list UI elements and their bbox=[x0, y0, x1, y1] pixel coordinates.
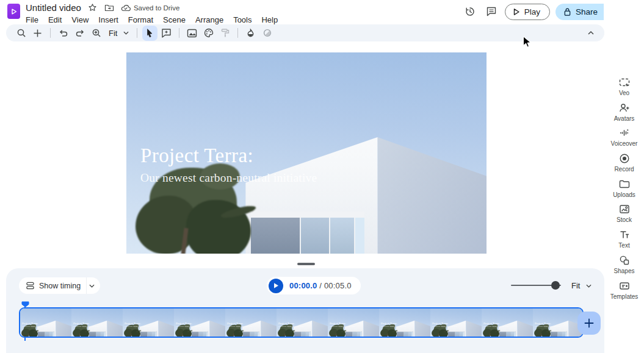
menu-item-format[interactable]: Format bbox=[124, 15, 157, 25]
timeline-thumbnail[interactable]: Project Terra: Our newest carbon-neutral… bbox=[482, 308, 533, 337]
slide-title[interactable]: Project Terra: bbox=[125, 321, 150, 324]
scene-canvas[interactable]: Project Terra: Our newest carbon-neutral… bbox=[126, 52, 487, 254]
slide-title[interactable]: Project Terra: bbox=[330, 321, 355, 324]
menu-item-arrange[interactable]: Arrange bbox=[191, 15, 228, 25]
document-title[interactable]: Untitled video bbox=[26, 2, 81, 13]
slide-text-box[interactable]: Project Terra: Our newest carbon-neutral… bbox=[535, 321, 560, 327]
sidebar-item-veo[interactable]: Veo bbox=[604, 76, 644, 101]
slide-title[interactable]: Project Terra: bbox=[73, 321, 98, 324]
sidebar-item-avatars[interactable]: Avatars bbox=[604, 101, 644, 127]
timeline-thumbnail[interactable]: Project Terra: Our newest carbon-neutral… bbox=[379, 308, 430, 337]
slide-subtitle[interactable]: Our newest carbon-neutral initiative bbox=[176, 326, 201, 327]
redo-icon[interactable] bbox=[72, 26, 87, 41]
slide-text-box[interactable]: Project Terra: Our newest carbon-neutral… bbox=[73, 321, 98, 327]
play-button[interactable]: Play bbox=[505, 4, 550, 20]
saved-status[interactable]: Saved to Drive bbox=[121, 4, 179, 12]
slide-title[interactable]: Project Terra: bbox=[278, 321, 303, 324]
menu-item-tools[interactable]: Tools bbox=[229, 15, 256, 25]
slide-subtitle[interactable]: Our newest carbon-neutral initiative bbox=[381, 326, 406, 327]
timeline-thumbnail[interactable]: Project Terra: Our newest carbon-neutral… bbox=[123, 308, 174, 337]
slide-title[interactable]: Project Terra: bbox=[483, 321, 508, 324]
slide-text-box[interactable]: Project Terra: Our newest carbon-neutral… bbox=[432, 321, 457, 327]
slide-text-box[interactable]: Project Terra: Our newest carbon-neutral… bbox=[125, 321, 150, 327]
slide-title[interactable]: Project Terra: bbox=[227, 321, 252, 324]
right-sidebar: Veo Avatars Voiceover Record Uploads Sto… bbox=[604, 0, 644, 353]
slide-text-box[interactable]: Project Terra: Our newest carbon-neutral… bbox=[483, 321, 508, 327]
building-window-recess bbox=[448, 331, 464, 337]
menu-item-scene[interactable]: Scene bbox=[159, 15, 190, 25]
slide-subtitle[interactable]: Our newest carbon-neutral initiative bbox=[227, 326, 252, 327]
timeline-thumbnail[interactable]: Project Terra: Our newest carbon-neutral… bbox=[328, 308, 379, 337]
slide-title[interactable]: Project Terra: bbox=[381, 321, 406, 324]
slide-subtitle[interactable]: Our newest carbon-neutral initiative bbox=[125, 326, 150, 327]
sidebar-item-record[interactable]: Record bbox=[604, 152, 644, 177]
timeline-fit-select[interactable]: Fit bbox=[571, 281, 592, 290]
vids-logo-icon[interactable] bbox=[7, 4, 20, 19]
timeline-thumbnail[interactable]: Project Terra: Our newest carbon-neutral… bbox=[20, 308, 71, 337]
comment-icon[interactable] bbox=[483, 4, 499, 20]
slide-subtitle[interactable]: Our newest carbon-neutral initiative bbox=[432, 326, 457, 327]
slide-text-box[interactable]: Project Terra: Our newest carbon-neutral… bbox=[381, 321, 406, 327]
slide-subtitle[interactable]: Our newest carbon-neutral initiative bbox=[140, 171, 317, 185]
menu-item-file[interactable]: File bbox=[21, 15, 43, 25]
slide-title[interactable]: Project Terra: bbox=[176, 321, 201, 324]
menu-item-edit[interactable]: Edit bbox=[44, 15, 66, 25]
slide-title[interactable]: Project Terra: bbox=[432, 321, 457, 324]
timeline-thumbnail[interactable]: Project Terra: Our newest carbon-neutral… bbox=[430, 308, 482, 337]
menu-item-help[interactable]: Help bbox=[257, 15, 282, 25]
timeline-thumbnail[interactable]: Project Terra: Our newest carbon-neutral… bbox=[533, 308, 584, 337]
version-history-icon[interactable] bbox=[462, 4, 478, 20]
slide-title[interactable]: Project Terra: bbox=[22, 321, 47, 324]
slide-text-box[interactable]: Project Terra: Our newest carbon-neutral… bbox=[330, 321, 355, 327]
slide-subtitle[interactable]: Our newest carbon-neutral initiative bbox=[22, 326, 47, 327]
menu-item-insert[interactable]: Insert bbox=[94, 15, 123, 25]
background-fill-icon[interactable] bbox=[243, 26, 258, 41]
sidebar-item-templates[interactable]: Templates bbox=[604, 279, 644, 305]
slide-subtitle[interactable]: Our newest carbon-neutral initiative bbox=[73, 326, 98, 327]
zoom-fit-select[interactable]: Fit bbox=[105, 29, 132, 38]
slide-text-box[interactable]: Project Terra: Our newest carbon-neutral… bbox=[22, 321, 47, 327]
menu-item-view[interactable]: View bbox=[67, 15, 93, 25]
sidebar-item-uploads[interactable]: Uploads bbox=[604, 177, 644, 203]
scene-drag-handle[interactable] bbox=[297, 263, 315, 265]
sidebar-item-stock[interactable]: Stock bbox=[604, 202, 644, 228]
slide-title[interactable]: Project Terra: bbox=[140, 144, 317, 167]
slide-subtitle[interactable]: Our newest carbon-neutral initiative bbox=[278, 326, 303, 327]
slide-text-box[interactable]: Project Terra: Our newest carbon-neutral… bbox=[140, 144, 317, 185]
recess-shadow bbox=[38, 332, 45, 337]
zoom-icon[interactable] bbox=[89, 26, 104, 41]
play-triangle-icon bbox=[513, 8, 520, 16]
transparency-icon[interactable] bbox=[259, 26, 275, 41]
sidebar-item-shapes[interactable]: Shapes bbox=[604, 254, 644, 279]
move-folder-icon[interactable] bbox=[104, 3, 114, 13]
add-comment-icon[interactable] bbox=[159, 26, 174, 41]
show-timing-dropdown[interactable] bbox=[86, 277, 95, 294]
add-scene-button[interactable] bbox=[577, 312, 601, 335]
timeline-thumbnail[interactable]: Project Terra: Our newest carbon-neutral… bbox=[277, 308, 328, 337]
slide-text-box[interactable]: Project Terra: Our newest carbon-neutral… bbox=[176, 321, 201, 327]
timeline-play-button[interactable] bbox=[269, 279, 283, 293]
sidebar-item-voiceover[interactable]: Voiceover bbox=[604, 126, 644, 152]
star-icon[interactable] bbox=[88, 3, 98, 13]
timeline-zoom-slider[interactable] bbox=[511, 281, 561, 290]
slide-title[interactable]: Project Terra: bbox=[535, 321, 560, 324]
show-timing-button[interactable]: Show timing bbox=[19, 277, 100, 294]
timeline-thumbnail[interactable]: Project Terra: Our newest carbon-neutral… bbox=[225, 308, 277, 337]
timeline-clip[interactable]: Project Terra: Our newest carbon-neutral… bbox=[19, 307, 584, 338]
timeline-thumbnail[interactable]: Project Terra: Our newest carbon-neutral… bbox=[71, 308, 123, 337]
slide-subtitle[interactable]: Our newest carbon-neutral initiative bbox=[535, 326, 560, 327]
theme-palette-icon[interactable] bbox=[201, 26, 216, 41]
select-tool-icon[interactable] bbox=[142, 26, 157, 41]
slide-text-box[interactable]: Project Terra: Our newest carbon-neutral… bbox=[278, 321, 303, 327]
slide-text-box[interactable]: Project Terra: Our newest carbon-neutral… bbox=[227, 321, 252, 327]
insert-image-icon[interactable] bbox=[184, 26, 200, 41]
sidebar-item-text[interactable]: Text bbox=[604, 228, 644, 254]
slide-subtitle[interactable]: Our newest carbon-neutral initiative bbox=[483, 326, 508, 327]
search-icon[interactable] bbox=[13, 26, 29, 41]
collapse-toolbar-icon[interactable] bbox=[583, 26, 598, 41]
slide-subtitle[interactable]: Our newest carbon-neutral initiative bbox=[330, 326, 355, 327]
undo-icon[interactable] bbox=[56, 26, 71, 41]
slider-knob[interactable] bbox=[551, 281, 560, 290]
timeline-thumbnail[interactable]: Project Terra: Our newest carbon-neutral… bbox=[174, 308, 225, 337]
add-icon[interactable] bbox=[30, 26, 45, 41]
